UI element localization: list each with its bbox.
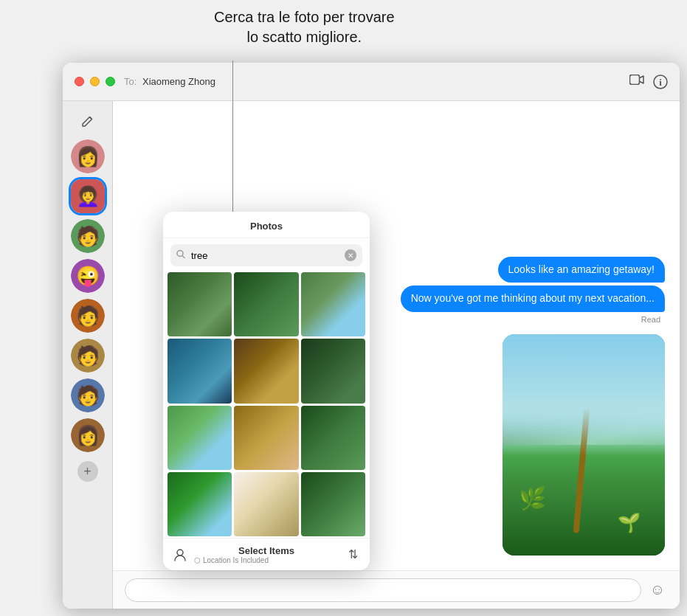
add-conversation-button[interactable]: +	[77, 461, 98, 482]
info-button[interactable]: i	[653, 75, 668, 89]
svg-point-4	[177, 550, 183, 556]
photo-thumb-7[interactable]	[168, 406, 232, 470]
sidebar-item-contact-6[interactable]: 🧑	[71, 339, 105, 373]
footer-label: Select Items ⬡ Location Is Included	[194, 545, 339, 564]
sidebar-item-contact-1[interactable]: 👩	[71, 139, 105, 173]
sidebar-item-contact-5[interactable]: 🧑	[71, 299, 105, 333]
sort-icon: ⇅	[348, 547, 358, 561]
app-window: To: Xiaomeng Zhong i	[63, 63, 680, 609]
photo-thumb-4[interactable]	[168, 339, 232, 403]
photos-search: ✕	[163, 238, 370, 272]
svg-rect-0	[630, 75, 640, 84]
photos-popup: Photos ✕	[163, 212, 370, 570]
photo-thumb-12[interactable]	[301, 472, 365, 536]
sidebar-item-contact-7[interactable]: 🧑	[71, 378, 105, 412]
person-icon[interactable]	[172, 547, 188, 563]
to-label: To:	[124, 76, 137, 87]
compose-button[interactable]	[75, 108, 100, 134]
recipient-name: Xiaomeng Zhong	[142, 76, 215, 87]
photos-search-input[interactable]	[170, 244, 362, 266]
sort-button[interactable]: ⇅	[345, 547, 361, 563]
sidebar-item-contact-8[interactable]: 👩	[71, 418, 105, 452]
message-bubble-1: Looks like an amazing getaway!	[498, 257, 665, 283]
photo-thumb-9[interactable]	[301, 406, 365, 470]
search-icon	[176, 250, 185, 261]
sidebar: 👩 👩‍🦱 🧑 😜 🧑 🧑 🧑	[63, 101, 113, 609]
photos-popup-footer: Select Items ⬡ Location Is Included ⇅	[163, 538, 370, 570]
recipient-field: To: Xiaomeng Zhong	[124, 76, 621, 87]
close-button[interactable]	[75, 77, 84, 86]
sidebar-item-contact-4[interactable]: 😜	[71, 259, 105, 293]
photos-popup-title: Photos	[163, 212, 370, 238]
location-label: ⬡ Location Is Included	[194, 556, 339, 564]
photo-thumb-11[interactable]	[234, 472, 298, 536]
sidebar-item-contact-2[interactable]: 👩‍🦱	[71, 179, 105, 213]
title-bar: To: Xiaomeng Zhong i	[63, 63, 680, 101]
add-icon: +	[83, 464, 92, 480]
title-bar-actions: i	[629, 75, 668, 89]
emoji-icon: ☺	[650, 581, 665, 598]
photo-message: 🌴 🌿 🌱	[503, 334, 665, 556]
search-clear-button[interactable]: ✕	[345, 249, 356, 261]
photo-thumb-5[interactable]	[234, 339, 298, 403]
sidebar-item-contact-3[interactable]: 🧑	[71, 219, 105, 253]
clear-icon: ✕	[348, 252, 353, 260]
select-items-label: Select Items	[194, 545, 339, 556]
chat-area: Looks like an amazing getaway! Now you'v…	[113, 101, 680, 609]
app-body: 👩 👩‍🦱 🧑 😜 🧑 🧑 🧑	[63, 101, 680, 609]
minimize-button[interactable]	[90, 77, 100, 86]
photo-thumb-6[interactable]	[301, 339, 365, 403]
message-bubble-2: Now you've got me thinking about my next…	[401, 285, 665, 312]
read-status: Read	[641, 315, 660, 324]
photos-grid	[163, 272, 370, 538]
svg-text:i: i	[659, 77, 662, 88]
traffic-lights	[75, 77, 115, 86]
emoji-button[interactable]: ☺	[647, 580, 668, 601]
photo-thumb-3[interactable]	[301, 272, 365, 336]
svg-point-3	[177, 251, 183, 257]
video-call-button[interactable]	[629, 75, 644, 89]
photo-thumb-10[interactable]	[168, 472, 232, 536]
photo-thumb-1[interactable]	[168, 272, 232, 336]
tooltip: Cerca tra le foto per trovare lo scatto …	[214, 7, 395, 47]
fullscreen-button[interactable]	[106, 77, 115, 86]
input-bar: ☺	[113, 570, 680, 609]
photo-thumb-8[interactable]	[234, 406, 298, 470]
message-input[interactable]	[125, 578, 641, 602]
photo-thumb-2[interactable]	[234, 272, 298, 336]
